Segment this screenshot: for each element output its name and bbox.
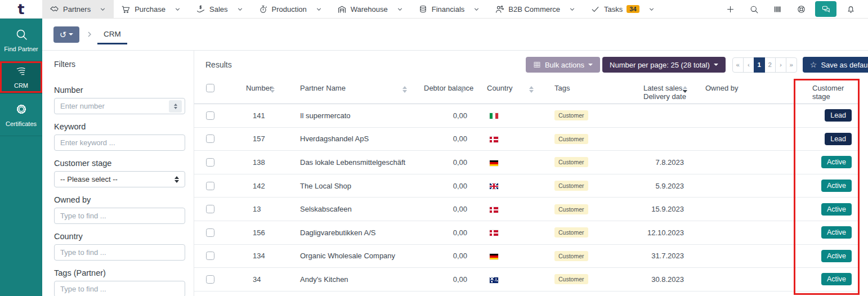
menu-purchase[interactable]: Purchase — [114, 0, 189, 18]
row-checkbox[interactable] — [206, 205, 214, 213]
sidebar-item-find-partner[interactable]: Find Partner — [0, 19, 42, 61]
breadcrumb-current-tab[interactable]: CRM — [97, 25, 127, 44]
column-header-number[interactable]: Number — [236, 79, 286, 104]
tags-input[interactable] — [54, 281, 185, 296]
menu-label: B2B Commerce — [508, 5, 560, 14]
row-checkbox[interactable] — [206, 182, 214, 190]
table-row[interactable]: 13 Selskabscafeen 0,00 Customer 15.9.202… — [194, 198, 859, 221]
notifications-button[interactable] — [841, 2, 860, 16]
cart-icon — [121, 5, 131, 14]
tag-badge: Customer — [554, 134, 588, 144]
column-header-tags: Tags — [540, 79, 633, 104]
help-button[interactable] — [791, 2, 811, 16]
cell-partner-name: The Local Shop — [286, 182, 411, 190]
table-row[interactable]: 134 Organic Wholesale Company 0,00 Custo… — [194, 245, 859, 268]
table-row[interactable]: 156 Dagligvarebutikken A/S 0,00 Customer… — [194, 221, 859, 245]
handshake-icon — [50, 5, 59, 14]
row-checkbox[interactable] — [206, 228, 214, 237]
country-input[interactable] — [54, 244, 185, 261]
chevron-down-icon — [99, 6, 106, 13]
row-checkbox[interactable] — [206, 252, 214, 260]
stage-badge: Active — [821, 250, 852, 262]
toolbar-actions: Bulk actions Number per page: 25 (28 tot… — [526, 57, 868, 73]
page-last-button[interactable]: » — [786, 57, 797, 73]
content: Filters Number Keyword Customer stage — [42, 51, 868, 296]
table-row[interactable]: 141 Il supermercato 0,00 Customer Lead — [194, 104, 859, 128]
menu-financials[interactable]: Financials — [411, 0, 488, 18]
sidebar-item-crm[interactable]: CRM — [0, 61, 42, 93]
app-window: t Partners Purchase Sales Production — [0, 0, 868, 296]
add-button[interactable] — [721, 2, 740, 16]
number-stepper[interactable] — [169, 100, 182, 113]
table-row[interactable]: 142 The Local Shop 0,00 Customer 5.9.202… — [194, 174, 859, 198]
cell-debtor-balance: 0,00 — [411, 205, 476, 213]
customer-stage-select[interactable]: -- Please select -- — [54, 171, 185, 187]
tag-badge: Customer — [554, 110, 588, 120]
page-2-button[interactable]: 2 — [764, 57, 776, 73]
filter-tags-label: Tags (Partner) — [54, 268, 185, 277]
sidebar-item-label: CRM — [14, 82, 28, 89]
page-next-button[interactable]: › — [775, 57, 786, 73]
bell-icon — [846, 5, 856, 14]
funnel-icon — [15, 66, 27, 78]
chevron-down-icon — [396, 6, 404, 13]
page-first-button[interactable]: « — [732, 57, 744, 73]
column-header-country[interactable]: Country — [476, 79, 540, 104]
column-header-partner-name[interactable]: Partner Name — [286, 79, 411, 104]
page-prev-button[interactable]: ‹ — [743, 57, 754, 73]
sidebar-item-certificates[interactable]: Certificates — [0, 93, 42, 136]
column-header-debtor-balance[interactable]: Debtor balance — [411, 79, 476, 104]
table-icon — [533, 61, 541, 69]
row-checkbox[interactable] — [206, 275, 214, 284]
menu-tasks[interactable]: Tasks 34 — [583, 0, 662, 18]
module-sidebar: Find Partner CRM Certificates — [0, 19, 42, 296]
table-row[interactable]: 34 Andy's Kitchen 0,00 Customer 30.8.202… — [194, 268, 859, 291]
brand-logo: t — [0, 0, 42, 18]
cell-partner-name: Selskabscafeen — [286, 205, 411, 213]
owned-by-input[interactable] — [54, 208, 185, 224]
barcode-button[interactable] — [768, 2, 787, 16]
row-checkbox[interactable] — [206, 111, 214, 120]
filter-number-label: Number — [54, 86, 185, 95]
search-button[interactable] — [744, 2, 763, 16]
chat-button[interactable] — [815, 1, 836, 17]
per-page-label: Number per page: 25 (28 total) — [610, 61, 710, 69]
menu-warehouse[interactable]: Warehouse — [330, 0, 411, 18]
cell-partner-name: Dagligvarebutikken A/S — [286, 228, 411, 237]
country-flag — [490, 277, 498, 283]
breadcrumb: ↺ CRM — [42, 19, 868, 51]
menu-label: Production — [272, 5, 307, 14]
sort-icon[interactable] — [402, 86, 407, 93]
menu-b2b-commerce[interactable]: B2B Commerce — [487, 0, 583, 18]
sort-desc-icon[interactable] — [683, 86, 687, 93]
stage-badge: Active — [821, 203, 852, 216]
cell-debtor-balance: 0,00 — [411, 134, 476, 143]
menu-production[interactable]: Production — [251, 0, 330, 18]
cell-debtor-balance: 0,00 — [411, 252, 476, 260]
history-dropdown-button[interactable]: ↺ — [53, 26, 79, 43]
table-row[interactable]: 157 Hverdagshandel ApS 0,00 Customer Lea… — [194, 128, 859, 151]
tag-badge: Customer — [554, 204, 588, 214]
row-checkbox[interactable] — [206, 134, 214, 143]
number-input[interactable] — [54, 98, 185, 114]
cell-debtor-balance: 0,00 — [411, 228, 476, 237]
sort-icon[interactable] — [460, 86, 464, 93]
save-as-default-button[interactable]: ☆ Save as default — [803, 57, 868, 73]
menu-label: Tasks — [604, 5, 623, 14]
table-row[interactable]: 138 Das lokale Lebensmittelgeschäft 0,00… — [194, 151, 859, 174]
sort-icon[interactable] — [270, 86, 275, 93]
row-checkbox[interactable] — [206, 158, 214, 167]
menu-sales[interactable]: Sales — [189, 0, 251, 18]
page-1-button[interactable]: 1 — [754, 57, 765, 73]
select-all-checkbox[interactable] — [206, 84, 214, 92]
caret-down-icon — [69, 33, 73, 35]
filter-country: Country — [54, 232, 185, 261]
per-page-dropdown[interactable]: Number per page: 25 (28 total) — [602, 57, 726, 73]
menu-partners[interactable]: Partners — [42, 0, 114, 18]
sort-icon[interactable] — [529, 86, 534, 93]
cell-number: 156 — [236, 228, 286, 237]
column-header-latest-sales[interactable]: Latest sales, Delivery date — [633, 79, 695, 104]
keyword-input[interactable] — [54, 134, 185, 151]
column-header-customer-stage: Customer stage — [794, 79, 860, 104]
bulk-actions-button[interactable]: Bulk actions — [526, 57, 600, 73]
